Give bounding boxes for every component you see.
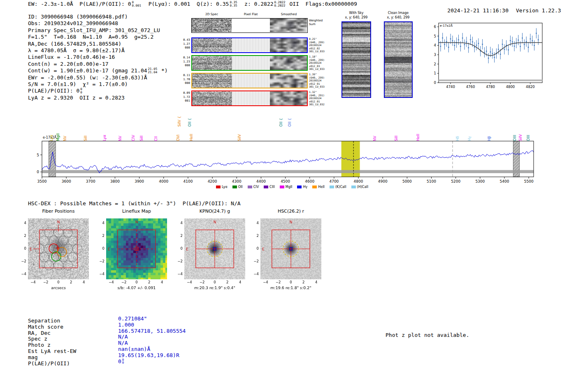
cutout-overlay-0: NE (28, 218, 89, 279)
info-text: S/N = 7.0(±1.9) χ² = 1.7(±0.0) (28, 81, 128, 87)
emission-line-label: NV (63, 136, 67, 141)
col-title-pixel-flat: Pixel Flat (232, 12, 269, 16)
value-range-stack: 21.0521.04 (148, 67, 158, 74)
info-text: F=1.5" T=0.168 N=1.10 A=0.95 g=25.2 (28, 34, 153, 40)
spec2d-row-2d-strip (192, 74, 232, 88)
match-label: Separation (28, 318, 118, 324)
cutout-title: KPNO(24.7) g (180, 209, 249, 214)
fiber-circle (68, 236, 77, 246)
cutout-x-tick-label: 0 (54, 280, 63, 285)
cutout-overlay-2: NE (184, 218, 245, 279)
header-summary: EW: -2.3±-1.0Å P(LAE)/P(OII): 000.001 P(… (28, 1, 431, 8)
zoom-plot-svg: 012345647404760478048004820e-17x2Å (424, 19, 547, 99)
legend-swatch (216, 186, 221, 188)
emission-line-label: SiIV (237, 134, 242, 141)
fiber-annotation-line: 1.32" (309, 90, 329, 94)
header-segment: P(Lyα): 0.001 Q(z): 0.35 (142, 1, 229, 7)
match-value: nan(±nan)Å (118, 346, 150, 352)
cutout-xlabel: arcsecs (23, 285, 94, 291)
data-point (514, 46, 515, 46)
data-point (518, 39, 519, 40)
emission-line-label: CII (154, 136, 158, 141)
range-lower: 0.001 (132, 4, 141, 7)
legend-item: OII (232, 185, 243, 189)
x-tick-label: 4700 (329, 179, 339, 183)
north-label: N (290, 220, 293, 224)
x-tick-label: 4780 (486, 85, 495, 89)
x-tick-label: 4300 (232, 179, 242, 183)
info-text: LyA z = 2.9320 OII z = 0.2823 (28, 95, 125, 101)
info-line: F=1.5" T=0.168 N=1.10 A=0.95 g=25.2 (28, 34, 205, 40)
match-label: Est LyA rest-EW (28, 348, 118, 355)
info-text: EWr = -2.00(±0.55) (w: -2.30(±0.63))Å (28, 74, 147, 81)
cutout-overlay-3: NE (260, 218, 321, 279)
info-line: λ = 4780.05Å σ = 9.80(±2.17)Å (28, 47, 205, 54)
fiber-weight-value: 1.72 (179, 95, 190, 100)
spectrum-line (42, 151, 534, 173)
fiber-annotation-line: 0.25" (309, 37, 329, 41)
emission-line-label: OII { (188, 118, 192, 127)
cutout-x-tick-label: 2 (67, 280, 76, 285)
info-text: Cont(w) = 1.90(±0.01)e-17 (gmag 21.04 (28, 67, 147, 74)
cutout-x-tick-label: 4 (79, 280, 88, 285)
data-point (464, 44, 465, 45)
emission-line-label: OII { (288, 118, 292, 127)
data-point (510, 40, 511, 41)
emission-line-label: OVI (176, 135, 180, 141)
data-point (472, 42, 473, 42)
data-point (530, 38, 531, 39)
value-range-stack: 0.350.35 (230, 1, 237, 7)
fiber-weight-value: 080 (179, 64, 190, 68)
fiber-weight-value: 080 (179, 81, 190, 86)
data-point (498, 49, 499, 50)
info-text: LineFlux = -1.70(±0.46)e-16 (28, 54, 115, 60)
x-tick-label: 4200 (208, 179, 217, 183)
fiber-annotation-line: 20190324 (309, 79, 329, 82)
cutout-y-tick-label: 2 (251, 234, 259, 238)
legend-item: (K)CaII (330, 185, 346, 189)
data-point (476, 45, 477, 46)
spec2d-row-smoothed-strip (270, 56, 307, 70)
fiber-annotation-line: 20190324 (309, 44, 329, 47)
x-tick-label: 4760 (466, 85, 475, 89)
cutout-x-tick-label: 0 (132, 280, 141, 285)
cutout-x-tick-label: −4 (28, 280, 37, 285)
info-line: P(LAE)/P(OII): 000 (28, 88, 205, 94)
legend-swatch (232, 186, 237, 188)
cutout-x-tick-label: −2 (197, 280, 207, 285)
range-lower: 21.04 (148, 71, 158, 74)
y-tick-label: 3 (434, 53, 436, 57)
emission-line-label: OIII (526, 135, 530, 141)
fiber-weight-value: 1.70 (179, 78, 190, 82)
spectrum-legend: LyαOIICIVCIIIMgIIHγHeII(K)CaII(H)CaII (185, 184, 399, 190)
cutout-y-tick-label: 0 (175, 246, 183, 251)
info-text: ID: 3090066948 (3090066948.pdf) (28, 14, 128, 20)
fiber-weight-value: 0.09 (179, 91, 190, 95)
clean-panel (384, 21, 413, 98)
x-tick-label: 3700 (86, 179, 95, 183)
match-value: 1.000 (118, 322, 134, 328)
spec2d-row-left-labels: 0.111.70080 (179, 74, 190, 88)
emission-line-label: NV (373, 136, 377, 141)
legend-label: MgII (286, 185, 293, 189)
fiber-annotation-line: 1.39" (309, 73, 329, 76)
cutout-title: Fiber Positions (24, 209, 93, 214)
fiber-weight-value: 0.43 (179, 38, 190, 42)
match-label: Spec z (28, 336, 118, 342)
data-point (526, 41, 527, 42)
data-point (532, 40, 533, 41)
data-point (474, 46, 475, 47)
cutout-y-tick-label: 4 (19, 221, 26, 225)
cutout-y-tick-label: 2 (19, 234, 26, 238)
x-tick-label: 4820 (526, 85, 535, 89)
fiber-weight-value: 0.14 (179, 56, 190, 60)
cutout-y-tick-label: −4 (19, 272, 26, 276)
y-tick-label: 4 (434, 43, 436, 47)
fiber-annotation-line: 301_LU_033 (309, 50, 329, 53)
spec2d-row-2d-strip (192, 56, 232, 70)
data-point (448, 47, 449, 48)
data-point (528, 47, 529, 48)
fiber-weight-value: 1.23 (179, 60, 190, 64)
data-point (504, 49, 505, 50)
x-tick-label: 5300 (475, 179, 485, 183)
